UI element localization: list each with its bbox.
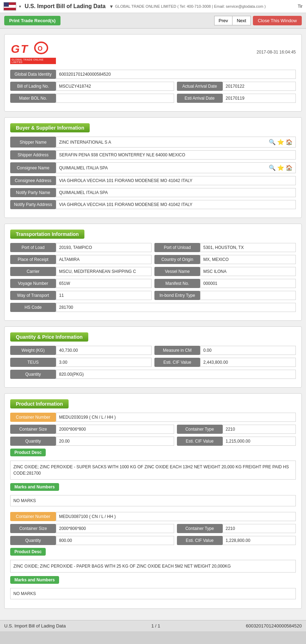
container-2-product-desc-label[interactable]: Product Desc xyxy=(10,548,46,556)
hs-code-label: HS Code xyxy=(10,303,56,312)
record-header: G T O GLOBAL TRADE ONLINE LIMITED 2017-0… xyxy=(10,40,296,64)
weight-label: Weight (KG) xyxy=(10,346,56,355)
global-data-identity-row: Global Data Identity 6003201701240000584… xyxy=(10,70,296,79)
container-2-marks-value: NO MARKS xyxy=(10,588,296,599)
vessel-name-label: Vessel Name xyxy=(154,267,200,276)
esti-arrival-label: Esti Arrival Date xyxy=(177,94,223,103)
port-of-load-label: Port of Load xyxy=(10,243,56,252)
mater-bol-label: Mater BOL No. xyxy=(10,94,56,103)
container-1-product-desc-label[interactable]: Product Desc xyxy=(10,449,46,456)
flag-icon xyxy=(4,2,16,11)
shipper-name-label: Shipper Name xyxy=(10,137,56,148)
hs-code-value: 281700 xyxy=(56,303,296,312)
country-of-origin-label: Country of Origin xyxy=(154,255,200,264)
esti-arrival-value: 20170119 xyxy=(223,94,296,103)
gto-logo: G T O xyxy=(10,40,49,58)
container-1-marks-value: NO MARKS xyxy=(10,495,296,506)
container-2-cif-value: 1,228,800.00 xyxy=(223,536,296,545)
container-2-type-label: Container Type xyxy=(177,524,223,533)
shipper-address-value: SERAFIN PENA 938 CENTRO MONTERREY NLE 64… xyxy=(56,150,296,160)
country-of-origin-value: MX, MEXICO xyxy=(200,255,296,264)
global-data-identity-label: Global Data Identity xyxy=(10,70,56,79)
consignee-address-label: Consignee Address xyxy=(10,176,56,185)
quantity-price-card: Quantity & Price Information Weight (KG)… xyxy=(4,326,302,388)
notify-party-address-value: VIA GHIROLA VECCHIA 101 FIORANO MODENESE… xyxy=(56,200,296,209)
bol-row: Bill of Lading No. MSCUZY418742 Actual A… xyxy=(10,82,296,91)
container-1-number-value: MEDU2030199 ( CN / L / HH ) xyxy=(56,413,296,422)
transportation-heading: Transportation Information xyxy=(10,230,84,239)
port-row: Port of Load 20193, TAMPICO Port of Unlo… xyxy=(10,243,296,252)
consignee-search-icon[interactable]: 🔍 xyxy=(269,164,276,171)
transportation-card: Transportation Information Port of Load … xyxy=(4,224,302,321)
shipper-name-value: ZINC INTERNATIONAL S A xyxy=(59,140,266,145)
teus-value: 3.00 xyxy=(56,358,152,367)
notify-party-address-label: Notify Party Address xyxy=(10,200,56,209)
container-2-product-desc-value: ZINC OXIDE; ZINC PEROXIDE - PAPER BAGS W… xyxy=(10,560,296,573)
prev-button[interactable]: Prev xyxy=(214,16,232,25)
logo-full-name: GLOBAL TRADE ONLINE LIMITED xyxy=(10,58,56,64)
print-button[interactable]: Print Trade Record(s) xyxy=(4,16,60,25)
container-1-type-value: 2210 xyxy=(223,425,296,434)
container-1-product-desc-value: ZINC OXIDE; ZINC PEROXIDE - SUPER SACKS … xyxy=(10,461,296,480)
port-of-unload-value: 5301, HOUSTON, TX xyxy=(200,243,296,252)
close-button[interactable]: Close This Window xyxy=(253,16,302,25)
footer-right: 6003201701240000584520 xyxy=(246,623,302,629)
shipper-search-icon[interactable]: 🔍 xyxy=(269,139,276,145)
timestamp: 2017-08-31 16:04:45 xyxy=(257,50,296,55)
container-2-product-desc-row: Product Desc ZINC OXIDE; ZINC PEROXIDE -… xyxy=(10,548,296,573)
carrier-label: Carrier xyxy=(10,267,56,276)
carrier-vessel-row: Carrier MSCU, MEDITERRANEAN SHIPPING C V… xyxy=(10,267,296,276)
port-of-load-value: 20193, TAMPICO xyxy=(56,243,152,252)
container-2-qty-value: 800.00 xyxy=(56,536,174,545)
record-card: G T O GLOBAL TRADE ONLINE LIMITED 2017-0… xyxy=(4,34,302,112)
measure-label: Measure in CM xyxy=(154,346,200,355)
svg-text:G: G xyxy=(11,43,20,55)
consignee-home-icon[interactable]: 🏠 xyxy=(286,164,293,171)
logo-area: G T O xyxy=(10,40,56,58)
consignee-star-icon[interactable]: ⭐ xyxy=(277,164,284,171)
place-of-receipt-value: ALTAMIRA xyxy=(56,255,152,264)
notify-party-name-label: Notify Party Name xyxy=(10,188,56,197)
container-1-size-label: Container Size xyxy=(10,425,56,434)
mater-bol-value xyxy=(56,94,174,103)
container-1-qty-value: 20.00 xyxy=(56,437,174,446)
shipper-address-row: Shipper Address SERAFIN PENA 938 CENTRO … xyxy=(10,150,296,160)
place-of-receipt-label: Place of Receipt xyxy=(10,255,56,264)
dropdown-arrow[interactable]: ▼ xyxy=(18,5,22,8)
container-2-size-type-row: Container Size 2000*806*800 Container Ty… xyxy=(10,524,296,533)
container-2-number-value: MEDU3087100 ( CN / L / HH ) xyxy=(56,512,296,521)
weight-measure-row: Weight (KG) 40,730.00 Measure in CM 0.00 xyxy=(10,346,296,355)
container-1-marks-label[interactable]: Marks and Numbers xyxy=(10,483,59,491)
container-2-marks-label[interactable]: Marks and Numbers xyxy=(10,576,59,584)
container-2-qty-cif-row: Quantity 800.00 Esti. CIF Value 1,228,80… xyxy=(10,536,296,545)
container-2-qty-label: Quantity xyxy=(10,536,56,545)
container-2-type-value: 2210 xyxy=(223,524,296,533)
next-button[interactable]: Next xyxy=(232,16,251,25)
container-1-size-value: 2000*806*800 xyxy=(56,425,174,434)
footer-left: U.S. Import Bill of Lading Data xyxy=(4,623,66,629)
voyage-number-value: 651W xyxy=(56,279,152,288)
svg-text:O: O xyxy=(38,45,43,52)
way-of-transport-label: Way of Transport xyxy=(10,291,56,300)
shipper-star-icon[interactable]: ⭐ xyxy=(277,139,284,145)
quantity-row: Quantity 820.00(PKG) xyxy=(10,370,296,379)
notify-party-address-row: Notify Party Address VIA GHIROLA VECCHIA… xyxy=(10,200,296,209)
title-dropdown-icon[interactable]: ▼ xyxy=(109,4,114,9)
teus-cif-row: TEUS 3.00 Esti. CIF Value 2,443,800.00 xyxy=(10,358,296,367)
notify-party-name-value: QUIMIALMEL ITALIA SPA xyxy=(56,188,296,197)
container-1-qty-cif-row: Quantity 20.00 Esti. CIF Value 1,215,000… xyxy=(10,437,296,446)
actual-arrival-value: 20170122 xyxy=(223,82,296,91)
consignee-name-value-container: QUIMIALMEL ITALIA SPA 🔍 ⭐ 🏠 xyxy=(56,162,296,173)
container-1-qty-label: Quantity xyxy=(10,437,56,446)
product-info-card: Product Information Container Number MED… xyxy=(4,393,302,609)
svg-text:T: T xyxy=(21,43,28,55)
container-1-number-label: Container Number xyxy=(10,413,56,422)
container-1-cif-label: Esti. CIF Value xyxy=(177,437,223,446)
manifest-no-label: Manifest No. xyxy=(154,279,200,288)
logo-container: G T O GLOBAL TRADE ONLINE LIMITED xyxy=(10,40,56,64)
shipper-home-icon[interactable]: 🏠 xyxy=(286,139,293,145)
top-bar-right: Tir xyxy=(298,4,302,9)
consignee-address-row: Consignee Address VIA GHIROLA VECCHIA 10… xyxy=(10,176,296,185)
container-2-number-label: Container Number xyxy=(10,512,56,521)
inbond-entry-value xyxy=(200,291,296,300)
